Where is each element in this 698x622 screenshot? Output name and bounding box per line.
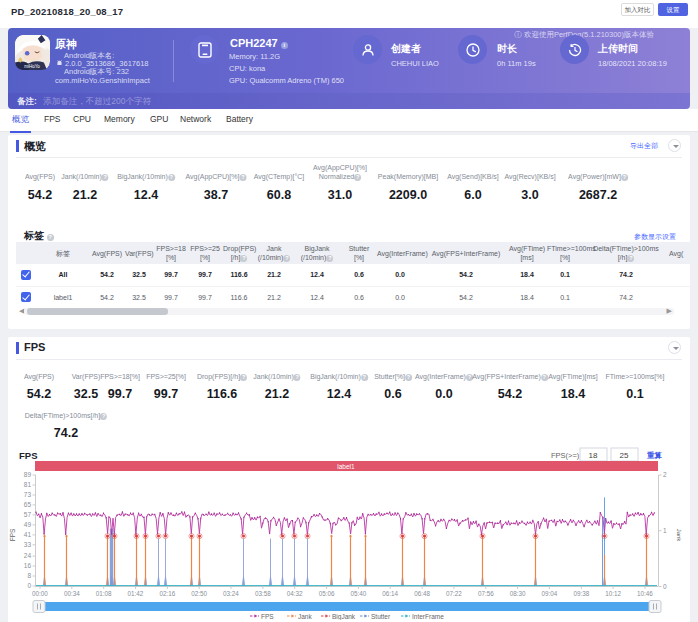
svg-text:18: 18: [589, 451, 598, 460]
svg-text:57: 57: [24, 511, 32, 518]
svg-text:00:34: 00:34: [64, 590, 80, 597]
svg-text:06:14: 06:14: [382, 590, 398, 597]
svg-text:08:30: 08:30: [510, 590, 526, 597]
svg-text:06:48: 06:48: [414, 590, 430, 597]
svg-text:03:58: 03:58: [255, 590, 271, 597]
svg-text:FPS: FPS: [9, 528, 16, 541]
svg-text:24: 24: [24, 552, 32, 559]
svg-text:09:04: 09:04: [542, 590, 558, 597]
svg-text:02:16: 02:16: [160, 590, 176, 597]
svg-text:00:00: 00:00: [32, 590, 48, 597]
svg-text:01:08: 01:08: [96, 590, 112, 597]
svg-text:04:32: 04:32: [287, 590, 303, 597]
svg-text:07:56: 07:56: [478, 590, 494, 597]
svg-text:33: 33: [24, 541, 32, 548]
svg-text:41: 41: [24, 531, 32, 538]
svg-text:Jank: Jank: [676, 529, 682, 543]
svg-text:16: 16: [24, 562, 32, 569]
svg-text:89: 89: [24, 471, 32, 478]
svg-text:InterFrame: InterFrame: [412, 613, 444, 620]
svg-text:05:40: 05:40: [351, 590, 367, 597]
svg-text:49: 49: [24, 521, 32, 528]
svg-text:10:12: 10:12: [605, 590, 621, 597]
svg-text:25: 25: [620, 451, 629, 460]
svg-text:8: 8: [27, 572, 31, 579]
svg-text:2: 2: [663, 471, 667, 478]
svg-text:05:06: 05:06: [319, 590, 335, 597]
svg-text:重算: 重算: [646, 451, 663, 460]
svg-text:label1: label1: [337, 463, 355, 470]
svg-text:FPS(>=): FPS(>=): [551, 451, 580, 460]
svg-text:81: 81: [24, 481, 32, 488]
svg-text:0: 0: [663, 583, 667, 590]
svg-text:BigJank: BigJank: [332, 613, 356, 621]
svg-text:1: 1: [663, 527, 667, 534]
svg-text:02:50: 02:50: [191, 590, 207, 597]
svg-text:miHoYo: miHoYo: [24, 64, 40, 69]
svg-text:Jank: Jank: [298, 613, 312, 620]
svg-text:10:46: 10:46: [637, 590, 653, 597]
svg-text:Stutter: Stutter: [371, 613, 391, 620]
svg-text:FPS: FPS: [19, 450, 37, 461]
svg-text:03:24: 03:24: [223, 590, 239, 597]
svg-text:65: 65: [24, 501, 32, 508]
svg-text:FPS: FPS: [261, 613, 274, 620]
svg-text:73: 73: [24, 491, 32, 498]
svg-text:01:42: 01:42: [128, 590, 144, 597]
svg-text:07:22: 07:22: [446, 590, 462, 597]
svg-text:09:38: 09:38: [573, 590, 589, 597]
svg-text:0: 0: [27, 582, 31, 589]
